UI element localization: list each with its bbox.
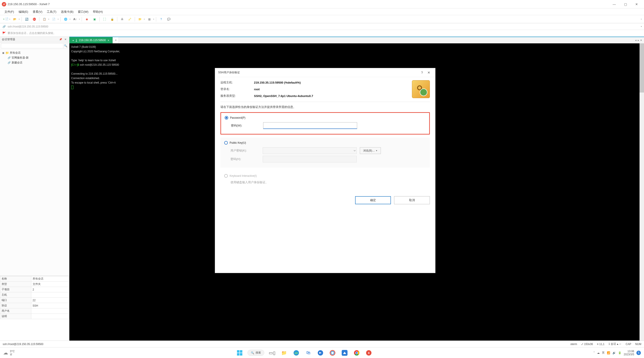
battery-icon[interactable]: 🔋 [618,351,622,355]
remote-host-label: 远程主机: [220,80,254,84]
ime-indicator[interactable]: 英 [602,351,604,355]
weather-widget[interactable]: ☁ 3°C 雾 [3,350,15,356]
prop-row: 说明 [0,314,69,319]
cancel-button[interactable]: 取消 [394,196,430,204]
status-cursor-pos: ≡ 11,1 [597,343,604,346]
explorer-icon[interactable]: 📁 [280,349,288,357]
toolbar-overflow-icon[interactable]: ▾ [641,18,642,20]
tab-menu-icon[interactable]: ▾ [640,39,642,42]
paste-icon[interactable]: 📄 [50,16,57,22]
font-icon[interactable]: A↕ [72,16,78,22]
prop-row: 主机 [0,292,69,298]
keyboard-interactive-section: Keyboard Interactive(I) 使用键盘输入用户身份验证。 [220,171,430,188]
weather-desc: 雾 [10,353,15,356]
printer-icon[interactable]: 🖶 [119,16,125,22]
edge-icon[interactable] [292,349,300,357]
collapse-icon[interactable]: ▣ [2,52,4,54]
browse-button[interactable]: 浏览(B)…▼ [360,147,381,154]
menu-file[interactable]: 文件(F) [2,9,16,15]
reconnect-icon[interactable]: 🔄 [24,16,30,22]
close-button[interactable]: ✕ [631,0,642,8]
open-session-icon[interactable]: 📂 [12,16,18,22]
chat-icon[interactable]: 💬 [166,16,172,22]
menu-view[interactable]: 查看(V) [30,9,44,15]
lock-icon[interactable]: 🔒 [109,16,115,22]
maximize-button[interactable]: ▢ [620,0,631,8]
search-icon[interactable]: 🔍 [63,43,68,48]
disconnect-icon[interactable]: ⛔ [31,16,37,22]
search-icon: 🔍 [251,351,254,355]
address-text[interactable]: ssh://root@219.150.35.115:59500 [8,25,48,28]
session-tree: ▣ 📁 所有会话 🔗 官网服务器-新 🔗 新建会话 [0,49,69,276]
tab-add-button[interactable]: + [112,37,119,43]
volume-icon[interactable]: 🔊 [612,351,616,355]
menu-tools[interactable]: 工具(T) [44,9,59,15]
minimize-button[interactable]: — [609,0,620,8]
task-view-icon[interactable]: ▭▯ [268,349,276,357]
new-session-icon[interactable]: ＋📄 [2,16,8,22]
taskbar-search[interactable]: 🔍搜索 [248,350,264,356]
taskbar-clock[interactable]: 13:06 2023/3/5 [624,350,634,356]
password-radio[interactable]: Password(P) [225,116,426,120]
svg-point-9 [356,352,358,354]
menu-tab[interactable]: 选项卡(B) [59,9,76,15]
network-icon[interactable]: 🌐 [62,16,69,22]
status-bar: ssh://root@219.150.35.115:59500 xterm ⤢ … [0,341,644,347]
highlight-icon[interactable]: 🖍 [127,16,133,22]
notification-badge[interactable]: 5 [636,351,641,355]
properties-table: 名称所有会话 类型文件夹 子项目2 主机 端口22 协议SSH 用户名 说明 [0,276,69,341]
address-dropdown-icon[interactable]: ▾ [641,25,642,27]
terminal-scrollbar[interactable] [640,43,644,341]
folder-icon: 📁 [5,51,9,54]
menu-edit[interactable]: 编辑(E) [16,9,30,15]
password-input[interactable] [263,122,357,129]
weather-temp: 3°C [10,350,15,353]
tree-item[interactable]: 🔗 官网服务器-新 [1,55,68,60]
session-icon: 🔗 [8,56,11,59]
status-session-count[interactable]: 1 会话 ▴ ↔ [608,342,622,346]
chrome-icon[interactable] [352,349,361,357]
menu-bar: 文件(F) 编辑(E) 查看(V) 工具(T) 选项卡(B) 窗口(W) 帮助(… [0,8,644,15]
session-link-icon[interactable]: 🔗 [2,25,6,28]
help-icon[interactable]: ? [158,16,164,22]
publickey-section: Public Key(U) 用户密钥(K): 浏览(B)…▼ 密码(H): [220,138,430,168]
tab-next-icon[interactable]: ▸ [638,39,639,42]
xftp-icon[interactable]: ▣ [91,16,98,22]
windows-taskbar: ☁ 3°C 雾 🔍搜索 ▭▯ 📁 🛍 X ˄ ☁ 英 📶 🔊 🔋 13:06 2… [0,347,644,358]
bird-app-icon[interactable] [340,349,349,357]
tree-root-label: 所有会话 [10,51,20,55]
tree-item[interactable]: 🔗 新建会话 [1,60,68,65]
wifi-icon[interactable]: 📶 [607,351,610,355]
dialog-help-icon[interactable]: ? [419,69,426,76]
tree-root[interactable]: ▣ 📁 所有会话 [1,50,68,55]
publickey-radio[interactable]: Public Key(U) [224,141,426,145]
todesk-icon[interactable] [316,349,325,357]
dialog-close-icon[interactable]: ✕ [426,69,432,76]
tab-close-icon[interactable]: × [108,39,110,42]
store-icon[interactable]: 🛍 [304,349,312,357]
start-button[interactable] [236,349,244,357]
tab-prev-icon[interactable]: ◂ [635,39,636,42]
layout-icon[interactable]: ▦ [146,16,152,22]
xshell-taskbar-icon[interactable]: X [364,349,373,357]
session-search-input[interactable] [1,43,63,48]
menu-window[interactable]: 窗口(W) [76,9,91,15]
xshell-icon[interactable]: ◉ [84,16,90,22]
rainbow-app-icon[interactable] [328,349,337,357]
keyboard-hint: 使用键盘输入用户身份验证。 [224,180,426,184]
folder-open-icon[interactable]: 📁 [137,16,143,22]
title-bar: 219.150.35.115:59500 - Xshell 7 — ▢ ✕ [0,0,644,8]
copy-icon[interactable]: 📋 [41,16,48,22]
radio-checked-icon [225,116,228,120]
panel-close-icon[interactable]: ✕ [63,37,67,41]
ok-button[interactable]: 确定 [355,196,391,204]
fullscreen-icon[interactable]: ⛶ [101,16,108,22]
onedrive-icon[interactable]: ☁ [597,351,600,355]
keyboard-radio-label: Keyboard Interactive(I) [230,174,257,178]
menu-help[interactable]: 帮助(H) [91,9,105,15]
tray-chevron-icon[interactable]: ˄ [594,351,595,355]
bookmark-flag-icon[interactable]: 🚩 [2,31,6,35]
session-tab[interactable]: ● 1 219.150.35.115:59500 × [69,37,112,43]
panel-pin-icon[interactable]: 📌 [59,37,63,41]
login-value: root [254,88,403,91]
